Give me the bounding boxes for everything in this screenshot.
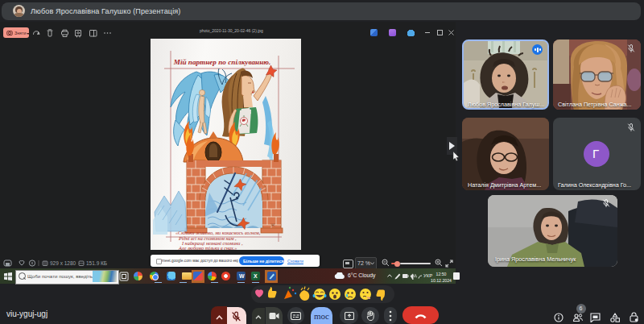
svg-text:151.9 КБ: 151.9 КБ (86, 260, 107, 266)
svg-text:Мій партнер по спілкуванню.: Мій партнер по спілкуванню. (173, 58, 271, 66)
svg-text:Але любимо тільки в снах.»: Але любимо тільки в снах.» (178, 245, 237, 251)
svg-text:Ж: Ж (270, 222, 275, 227)
svg-text:929 x 1280: 929 x 1280 (50, 260, 76, 266)
